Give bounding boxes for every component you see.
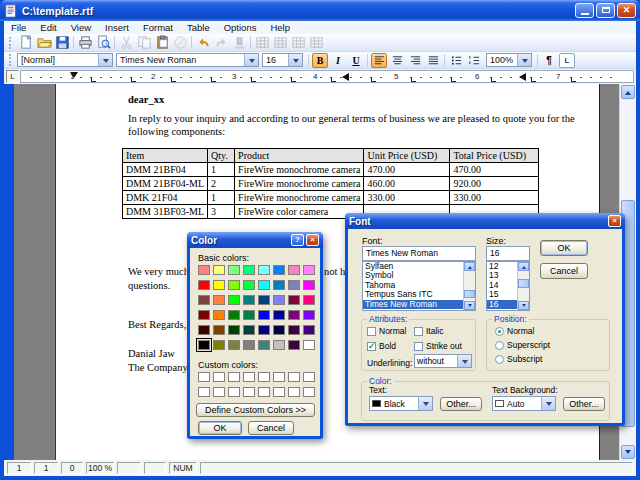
size-list[interactable]: 1213141516 — [486, 261, 530, 311]
define-custom-colors-button[interactable]: Define Custom Colors >> — [196, 403, 315, 417]
color-swatch[interactable] — [228, 280, 240, 290]
menu-insert[interactable]: Insert — [98, 21, 136, 34]
color-swatch[interactable] — [243, 280, 255, 290]
color-swatch[interactable] — [258, 265, 270, 275]
font-size-combobox[interactable]: 16 — [262, 53, 303, 67]
radio-normal[interactable]: Normal — [495, 326, 534, 336]
undo-button[interactable] — [194, 35, 212, 51]
font-list[interactable]: SylfaenSymbolTahomaTempus Sans ITCTimes … — [362, 261, 476, 311]
bullet-list-button[interactable] — [448, 53, 464, 68]
menu-help[interactable]: Help — [263, 21, 297, 34]
scrollbar-thumb[interactable] — [464, 290, 475, 298]
background-color-dropdown[interactable]: Auto — [492, 396, 556, 411]
underline-button[interactable]: U — [348, 53, 364, 68]
color-swatch[interactable] — [288, 325, 300, 335]
chevron-down-icon[interactable] — [457, 355, 471, 367]
horizontal-ruler[interactable]: 1234567 — [20, 70, 634, 83]
checkbox-bold[interactable]: Bold — [367, 341, 396, 351]
radio-superscript[interactable]: Superscript — [495, 340, 550, 350]
color-swatch[interactable] — [198, 280, 210, 290]
custom-color-swatch[interactable] — [198, 387, 210, 397]
object-frame-button[interactable]: L — [559, 53, 575, 68]
chevron-down-icon[interactable] — [517, 54, 531, 66]
font-list-item[interactable]: Tempus Sans ITC — [363, 290, 475, 299]
font-size-input[interactable]: 16 — [486, 246, 530, 261]
custom-color-swatch[interactable] — [303, 387, 315, 397]
menu-view[interactable]: View — [64, 21, 98, 34]
color-swatch[interactable] — [303, 265, 315, 275]
custom-color-swatch[interactable] — [228, 372, 240, 382]
tab-type-selector[interactable]: L — [6, 70, 19, 83]
chevron-down-icon[interactable] — [541, 397, 555, 410]
checkbox-strike-out[interactable]: Strike out — [414, 341, 462, 351]
underlining-dropdown[interactable]: without — [414, 354, 472, 368]
text-color-other-button[interactable]: Other... — [440, 397, 482, 411]
color-swatch[interactable] — [258, 280, 270, 290]
color-swatch[interactable] — [213, 265, 225, 275]
color-swatch[interactable] — [258, 340, 270, 350]
menu-options[interactable]: Options — [217, 21, 264, 34]
custom-color-swatch[interactable] — [258, 372, 270, 382]
color-swatch[interactable] — [198, 325, 210, 335]
ok-button[interactable]: OK — [198, 421, 242, 435]
close-button[interactable]: × — [306, 234, 319, 246]
font-list-item[interactable]: Symbol — [363, 271, 475, 280]
color-swatch[interactable] — [243, 310, 255, 320]
close-button[interactable]: × — [608, 215, 621, 227]
custom-color-swatch[interactable] — [288, 372, 300, 382]
color-swatch[interactable] — [228, 295, 240, 305]
title-bar[interactable]: C:\template.rtf ✕ — [0, 0, 640, 21]
menu-table[interactable]: Table — [180, 21, 217, 34]
checkbox-italic[interactable]: Italic — [414, 326, 443, 336]
background-color-other-button[interactable]: Other... — [563, 397, 605, 411]
open-button[interactable] — [35, 35, 53, 51]
align-left-button[interactable] — [371, 53, 387, 68]
align-right-button[interactable] — [407, 53, 423, 68]
chevron-down-icon[interactable] — [244, 54, 258, 66]
color-swatch[interactable] — [273, 295, 285, 305]
color-swatch[interactable] — [213, 325, 225, 335]
align-center-button[interactable] — [389, 53, 405, 68]
font-list-item[interactable]: Sylfaen — [363, 262, 475, 271]
custom-color-swatch[interactable] — [243, 387, 255, 397]
color-swatch[interactable] — [288, 340, 300, 350]
color-swatch[interactable] — [243, 265, 255, 275]
custom-color-swatch[interactable] — [258, 387, 270, 397]
color-swatch[interactable] — [198, 310, 210, 320]
color-swatch[interactable] — [273, 325, 285, 335]
custom-color-swatch[interactable] — [243, 372, 255, 382]
print-button[interactable] — [76, 35, 94, 51]
color-swatch[interactable] — [303, 280, 315, 290]
radio-subscript[interactable]: Subscript — [495, 354, 542, 364]
color-swatch[interactable] — [198, 265, 210, 275]
color-swatch[interactable] — [243, 325, 255, 335]
color-swatch[interactable] — [213, 280, 225, 290]
cancel-button[interactable]: Cancel — [540, 263, 588, 279]
custom-color-swatch[interactable] — [228, 387, 240, 397]
color-swatch[interactable] — [258, 325, 270, 335]
font-list-item[interactable]: Tahoma — [363, 281, 475, 290]
paste-button[interactable] — [153, 35, 171, 51]
scroll-up-button[interactable] — [518, 262, 529, 271]
italic-button[interactable]: I — [330, 53, 346, 68]
formatting-marks-button[interactable]: ¶ — [541, 53, 557, 68]
color-swatch[interactable] — [228, 325, 240, 335]
color-dialog-titlebar[interactable]: Color ? × — [187, 232, 323, 248]
color-swatch[interactable] — [288, 265, 300, 275]
save-button[interactable] — [53, 35, 71, 51]
scroll-up-button[interactable] — [621, 85, 635, 99]
font-combobox[interactable]: Times New Roman — [116, 53, 259, 67]
indent-marker[interactable] — [519, 73, 526, 81]
scroll-down-button[interactable] — [464, 301, 475, 310]
color-swatch[interactable] — [288, 310, 300, 320]
color-swatch[interactable] — [228, 310, 240, 320]
scroll-down-button[interactable] — [621, 445, 635, 459]
color-swatch[interactable] — [273, 280, 285, 290]
zoom-combobox[interactable]: 100% — [486, 53, 532, 67]
style-combobox[interactable]: [Normal] — [17, 53, 113, 67]
font-name-input[interactable]: Times New Roman — [362, 246, 476, 261]
color-swatch[interactable] — [228, 265, 240, 275]
color-swatch[interactable] — [303, 295, 315, 305]
menu-format[interactable]: Format — [136, 21, 180, 34]
color-swatch[interactable] — [243, 340, 255, 350]
